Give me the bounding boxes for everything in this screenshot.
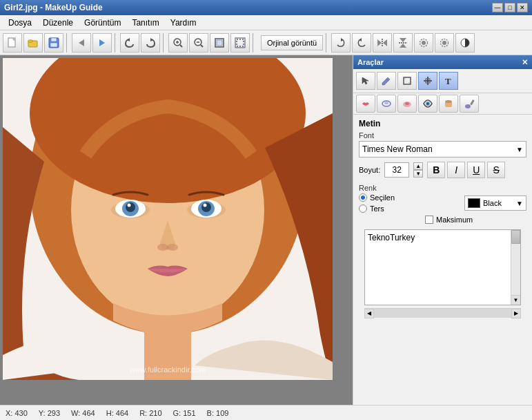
color-dropdown[interactable]: Black ▼ xyxy=(464,195,526,211)
text-tool[interactable]: T xyxy=(439,72,458,90)
strikethrough-button[interactable]: S xyxy=(487,162,505,178)
brush-tool[interactable] xyxy=(460,95,479,113)
svg-text:T: T xyxy=(445,76,451,86)
zoom-actual-button[interactable] xyxy=(230,33,250,52)
eye-tool[interactable] xyxy=(418,95,437,113)
settings-button[interactable] xyxy=(414,33,433,52)
ters-radio-circle[interactable] xyxy=(359,204,367,213)
maksimum-label: Maksimum xyxy=(436,216,473,224)
w-label: W: xyxy=(71,409,80,417)
minimize-button[interactable]: — xyxy=(492,3,503,12)
contrast-button[interactable] xyxy=(455,33,475,52)
crosshair-tool[interactable] xyxy=(418,72,437,90)
scroll-thumb[interactable] xyxy=(511,230,520,244)
renk-row: Seçilen Ters Black ▼ xyxy=(359,193,526,213)
text-content[interactable]: TeknoTurkey xyxy=(365,230,520,245)
secilen-radio-circle[interactable] xyxy=(359,193,367,202)
settings2-button[interactable] xyxy=(435,33,454,52)
menu-yardim[interactable]: Yardım xyxy=(165,17,202,29)
save-button[interactable] xyxy=(44,33,63,52)
toolbar-sep-3 xyxy=(163,33,166,52)
undo-button[interactable] xyxy=(120,33,139,52)
font-dropdown-arrow: ▼ xyxy=(516,146,523,153)
x-label: X: xyxy=(6,409,12,417)
svg-text:www.fullcrackindir.com: www.fullcrackindir.com xyxy=(129,365,206,374)
svg-point-70 xyxy=(465,104,471,108)
boyut-decrement[interactable]: ▼ xyxy=(413,170,423,178)
boyut-increment[interactable]: ▲ xyxy=(413,162,423,170)
status-bar: X: 430 Y: 293 W: 464 H: 464 R: 210 G: 15… xyxy=(0,405,532,420)
y-label: Y: xyxy=(39,409,46,417)
italic-button[interactable]: I xyxy=(447,162,465,178)
blush-tool[interactable] xyxy=(397,95,417,113)
menu-goruntum[interactable]: Görüntüm xyxy=(79,17,126,29)
toolbar: Orjinal görüntü xyxy=(0,30,532,55)
boyut-label: Boyut: xyxy=(359,166,380,174)
scroll-track[interactable] xyxy=(374,309,511,318)
foundation-tool[interactable] xyxy=(439,95,458,113)
svg-rect-21 xyxy=(237,39,244,46)
rect-tool[interactable] xyxy=(397,72,417,90)
main-area: www.fullcrackindir.com Araçlar ✕ T xyxy=(0,55,532,405)
status-g: G: 151 xyxy=(173,409,196,417)
svg-point-45 xyxy=(126,202,135,212)
panel-header: Araçlar ✕ xyxy=(353,55,532,69)
redo-button[interactable] xyxy=(141,33,160,52)
back-button[interactable] xyxy=(72,33,91,52)
title-bar: Girl2.jpg - MakeUp Guide — □ ✕ xyxy=(0,0,532,15)
svg-point-64 xyxy=(405,102,409,105)
menu-tanitim[interactable]: Tanıtım xyxy=(126,17,164,29)
rotate-ccw-button[interactable] xyxy=(352,33,371,52)
underline-button[interactable]: U xyxy=(467,162,485,178)
lips-tool[interactable] xyxy=(356,95,375,113)
renk-section: Renk Seçilen Ters xyxy=(359,184,526,224)
maximize-button[interactable]: □ xyxy=(504,3,515,12)
status-b: B: 109 xyxy=(207,409,229,417)
svg-point-48 xyxy=(204,204,207,207)
scroll-down-button[interactable]: ▼ xyxy=(511,295,520,305)
cursor-tool[interactable] xyxy=(356,72,375,90)
maksimum-checkbox[interactable] xyxy=(425,216,433,224)
menu-duzenle[interactable]: Düzenle xyxy=(37,17,79,29)
svg-point-47 xyxy=(128,204,131,207)
h-value: 464 xyxy=(116,409,128,417)
rotate-cw-button[interactable] xyxy=(331,33,351,52)
b-label: B: xyxy=(207,409,214,417)
zoom-out-button[interactable] xyxy=(189,33,208,52)
r-value: 210 xyxy=(149,409,161,417)
svg-point-66 xyxy=(427,103,429,105)
zoom-fit-button[interactable] xyxy=(210,33,229,52)
r-label: R: xyxy=(139,409,147,417)
toolbar-sep-2 xyxy=(115,33,117,52)
w-value: 464 xyxy=(82,409,95,417)
scroll-left-button[interactable]: ◀ xyxy=(364,309,374,318)
color-swatch xyxy=(468,198,480,208)
secilen-radio[interactable]: Seçilen xyxy=(359,193,395,202)
pencil-tool[interactable] xyxy=(377,72,396,90)
text-scrollbar[interactable]: ▼ xyxy=(511,230,520,305)
svg-point-49 xyxy=(157,244,168,251)
format-buttons: B I U S xyxy=(427,162,505,178)
title-bar-buttons: — □ ✕ xyxy=(492,3,528,12)
boyut-input[interactable] xyxy=(384,162,409,178)
font-dropdown[interactable]: Times New Roman ▼ xyxy=(359,141,526,158)
x-value: 430 xyxy=(14,409,27,417)
flip-v-button[interactable] xyxy=(393,33,413,52)
menu-dosya[interactable]: Dosya xyxy=(3,17,37,29)
eye-shadow-tool[interactable] xyxy=(377,95,396,113)
ters-label: Ters xyxy=(370,204,384,213)
zoom-in-button[interactable] xyxy=(168,33,188,52)
new-button[interactable] xyxy=(3,33,22,52)
open-button[interactable] xyxy=(23,33,43,52)
bold-button[interactable]: B xyxy=(427,162,445,178)
panel-close-button[interactable]: ✕ xyxy=(522,58,528,67)
scroll-right-button[interactable]: ▶ xyxy=(511,309,521,318)
forward-button[interactable] xyxy=(92,33,112,52)
svg-marker-8 xyxy=(99,39,105,46)
g-label: G: xyxy=(173,409,181,417)
close-button[interactable]: ✕ xyxy=(517,3,528,12)
ters-radio[interactable]: Ters xyxy=(359,204,395,213)
svg-marker-7 xyxy=(79,39,84,46)
color-label: Black xyxy=(483,199,513,207)
flip-h-button[interactable] xyxy=(373,33,392,52)
